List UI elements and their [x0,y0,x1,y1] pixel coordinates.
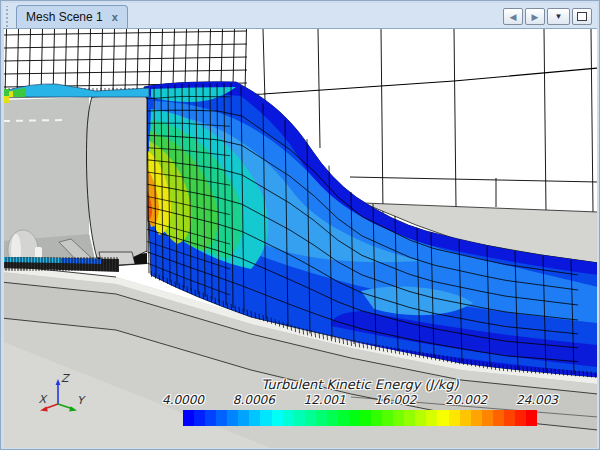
tab-mesh-scene-1[interactable]: Mesh Scene 1 x [16,5,128,28]
legend-tick-labels: 4.00008.000612.00116.00220.00224.003 [183,393,537,407]
tabbar-grip-handle[interactable] [4,6,13,28]
left-arrow-icon: ◀ [510,12,517,22]
tab-close-icon[interactable]: x [112,12,118,23]
right-arrow-icon: ▶ [532,12,539,22]
scroll-left-button[interactable]: ◀ [503,8,523,25]
tab-bar: Mesh Scene 1 x ◀ ▶ ▼ [3,3,597,29]
tab-title: Mesh Scene 1 [26,10,103,24]
tab-list-dropdown-button[interactable]: ▼ [547,8,570,25]
scene-window: Mesh Scene 1 x ◀ ▶ ▼ STAR-CCM+ [0,0,600,450]
window-controls: ◀ ▶ ▼ [503,8,592,25]
legend-title: Turbulent Kinetic Energy (J/kg) [123,377,597,392]
chevron-down-icon: ▼ [555,12,563,21]
scroll-right-button[interactable]: ▶ [525,8,545,25]
maximize-button[interactable] [572,8,592,25]
3d-viewport[interactable]: STAR-CCM+ [4,29,597,448]
vehicle-body [4,94,147,270]
legend-color-bar [183,410,537,426]
maximize-icon [577,12,587,21]
